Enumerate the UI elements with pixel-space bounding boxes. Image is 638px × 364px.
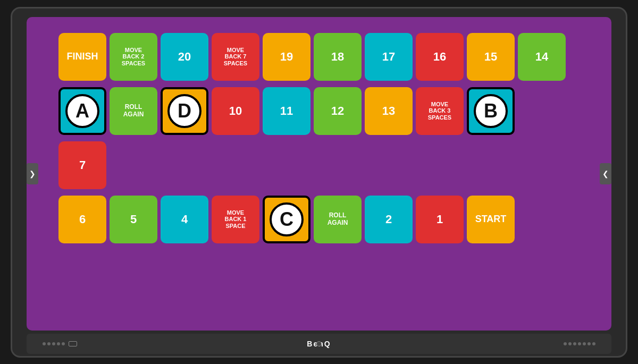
cell-13[interactable]: 13 — [365, 87, 413, 135]
cell-6[interactable]: 6 — [58, 196, 106, 243]
cell-12[interactable]: 12 — [314, 87, 362, 135]
screen: ❯ ❮ FINISH MOVEBACK 2SPACES 20 MOVEBACK … — [27, 17, 611, 331]
cell-16[interactable]: 16 — [416, 33, 464, 81]
cell-2[interactable]: 2 — [365, 196, 413, 243]
cell-move-back-7[interactable]: MOVEBACK 7SPACES — [212, 33, 259, 81]
cell-roll-again-2[interactable]: ROLLAGAIN — [314, 196, 362, 243]
bottom-bar: BenQ — [27, 334, 611, 354]
nfc-icon — [69, 341, 77, 346]
dot-1 — [43, 342, 46, 345]
dot-3 — [52, 342, 55, 345]
cell-5[interactable]: 5 — [110, 196, 157, 243]
cell-A[interactable]: A — [58, 87, 106, 135]
cell-11[interactable]: 11 — [263, 87, 310, 135]
cell-4[interactable]: 4 — [161, 196, 208, 243]
cell-15[interactable]: 15 — [467, 33, 515, 81]
cell-roll-again-1[interactable]: ROLLAGAIN — [110, 87, 157, 135]
dot-r1 — [564, 342, 567, 345]
cell-move-back-2[interactable]: MOVEBACK 2SPACES — [110, 33, 157, 81]
dot-r3 — [573, 342, 576, 345]
dot-r7 — [592, 342, 595, 345]
cell-10[interactable]: 10 — [212, 87, 259, 135]
dot-r5 — [583, 342, 586, 345]
left-arrow[interactable]: ❯ — [27, 163, 38, 184]
circle-B: B — [474, 94, 508, 128]
cell-7[interactable]: 7 — [58, 141, 106, 189]
dot-5 — [62, 342, 65, 345]
dot-r4 — [578, 342, 581, 345]
right-arrow[interactable]: ❮ — [600, 163, 611, 184]
board: FINISH MOVEBACK 2SPACES 20 MOVEBACK 7SPA… — [58, 33, 580, 315]
dot-4 — [57, 342, 60, 345]
cell-move-back-1[interactable]: MOVEBACK 1SPACE — [212, 196, 259, 243]
cell-1[interactable]: 1 — [416, 196, 464, 243]
center-mic — [316, 341, 322, 346]
circle-D: D — [167, 94, 202, 128]
dot-r6 — [587, 342, 591, 345]
cell-14[interactable]: 14 — [518, 33, 566, 81]
cell-finish[interactable]: FINISH — [58, 33, 106, 81]
dot-r2 — [568, 342, 572, 345]
circle-A: A — [65, 94, 99, 128]
circle-C: C — [270, 202, 304, 236]
cell-start[interactable]: START — [467, 196, 515, 243]
cell-18[interactable]: 18 — [314, 33, 362, 81]
cell-C[interactable]: C — [263, 196, 310, 243]
cell-D[interactable]: D — [161, 87, 208, 135]
cell-B[interactable]: B — [467, 87, 515, 135]
bar-left-controls — [43, 341, 77, 346]
cell-move-back-3[interactable]: MOVEBACK 3SPACES — [416, 87, 464, 135]
dot-2 — [47, 342, 51, 345]
bar-right-controls — [564, 342, 595, 345]
cell-20[interactable]: 20 — [161, 33, 208, 81]
cell-17[interactable]: 17 — [365, 33, 413, 81]
monitor: ❯ ❮ FINISH MOVEBACK 2SPACES 20 MOVEBACK … — [11, 7, 627, 358]
cell-19[interactable]: 19 — [263, 33, 310, 81]
